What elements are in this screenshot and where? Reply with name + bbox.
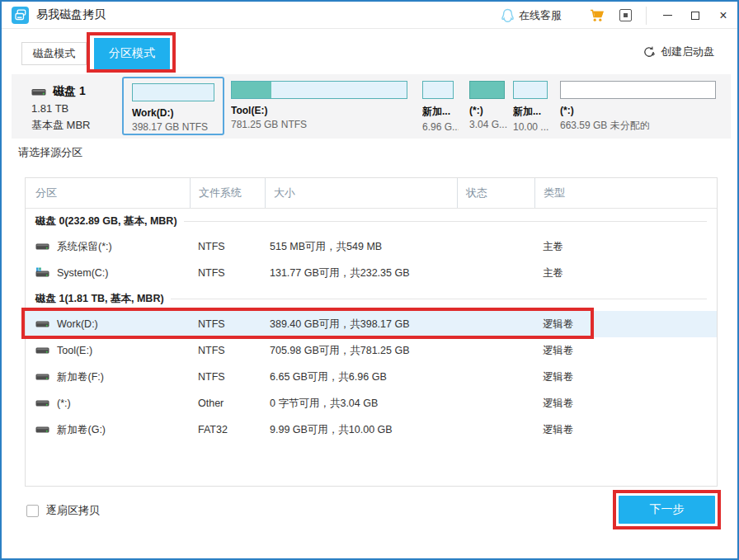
- row-type: 逻辑卷: [534, 397, 717, 411]
- partition-name: Work(D:): [132, 107, 214, 119]
- minimize-button[interactable]: [653, 2, 681, 29]
- refresh-plus-icon: [643, 45, 656, 59]
- partition-bar: [560, 81, 716, 99]
- titlebar-separator: [646, 7, 647, 25]
- cart-button[interactable]: [583, 2, 611, 29]
- table-row-g[interactable]: 新加卷(G:) FAT32 9.99 GB可用，共10.00 GB 逻辑卷: [26, 416, 717, 443]
- shopping-cart-icon: [590, 9, 605, 22]
- row-type: 主卷: [534, 266, 717, 280]
- row-filesystem: NTFS: [190, 241, 265, 252]
- partition-block-g[interactable]: 新加... 10.00 ...: [513, 81, 551, 133]
- qq-penguin-icon: [501, 8, 515, 23]
- create-boot-disk-button[interactable]: 创建启动盘: [643, 45, 714, 59]
- maximize-icon: [691, 12, 699, 20]
- disk-icon: [35, 319, 49, 329]
- column-header-filesystem: 文件系统: [190, 178, 265, 208]
- disk-type: 基本盘 MBR: [31, 118, 91, 133]
- row-filesystem: NTFS: [190, 371, 265, 383]
- partition-bar: [422, 81, 454, 99]
- disk-group-header: 磁盘 0(232.89 GB, 基本, MBR): [26, 209, 717, 233]
- row-name: 系统保留(*:): [57, 240, 112, 254]
- row-type: 逻辑卷: [534, 344, 717, 358]
- close-button[interactable]: ×: [709, 2, 737, 29]
- row-size: 9.99 GB可用，共10.00 GB: [265, 423, 457, 437]
- disk-group-label: 磁盘 0(232.89 GB, 基本, MBR): [35, 214, 177, 228]
- section-title: 请选择源分区: [18, 145, 82, 160]
- column-header-partition: 分区: [26, 178, 190, 208]
- online-support-button[interactable]: 在线客服: [501, 8, 562, 23]
- partition-bar: [513, 81, 548, 99]
- row-size: 389.40 GB可用，共398.17 GB: [265, 318, 457, 332]
- partition-block-work-d[interactable]: Work(D:) 398.17 GB NTFS: [122, 77, 224, 135]
- partition-size: 663.59 GB 未分配的: [560, 119, 718, 133]
- row-name: (*:): [57, 398, 71, 409]
- disk-icon: [35, 425, 49, 435]
- row-type: 逻辑卷: [534, 318, 717, 332]
- row-name: 新加卷(F:): [57, 370, 104, 384]
- row-filesystem: Other: [190, 398, 265, 409]
- table-row-star[interactable]: (*:) Other 0 字节可用，共3.04 GB 逻辑卷: [26, 390, 717, 416]
- partition-block-tool-e[interactable]: Tool(E:) 781.25 GB NTFS: [231, 81, 407, 130]
- row-filesystem: NTFS: [190, 318, 265, 330]
- create-boot-disk-label: 创建启动盘: [661, 45, 714, 59]
- disk-group-header: 磁盘 1(1.81 TB, 基本, MBR): [26, 286, 717, 311]
- disk-icon: [35, 372, 49, 382]
- sector-copy-checkbox-row[interactable]: 逐扇区拷贝: [26, 503, 100, 518]
- minimize-icon: [663, 15, 672, 16]
- disk-group-label: 磁盘 1(1.81 TB, 基本, MBR): [35, 292, 164, 306]
- table-row-system-reserved[interactable]: 系统保留(*:) NTFS 515 MB可用，共549 MB 主卷: [26, 233, 717, 260]
- row-size: 0 字节可用，共3.04 GB: [265, 397, 457, 411]
- partition-block-star-1[interactable]: (*:) 3.04 G...: [469, 81, 507, 130]
- sector-copy-checkbox[interactable]: [26, 505, 39, 517]
- partition-bar: [132, 83, 214, 101]
- close-icon: ×: [719, 9, 727, 22]
- tab-disk-mode[interactable]: 磁盘模式: [21, 42, 87, 65]
- row-type: 逻辑卷: [534, 423, 717, 437]
- row-name: 新加卷(G:): [57, 423, 106, 437]
- row-size: 705.98 GB可用，共781.25 GB: [265, 344, 457, 358]
- window-title: 易我磁盘拷贝: [36, 7, 106, 22]
- disk-name: 磁盘 1: [53, 84, 86, 99]
- menu-button[interactable]: [611, 2, 639, 29]
- partition-name: 新加...: [513, 105, 551, 119]
- partition-table: 分区 文件系统 大小 状态 类型 磁盘 0(232.89 GB, 基本, MBR…: [25, 177, 718, 487]
- partition-size: 3.04 G...: [469, 119, 507, 130]
- dropdown-box-icon: [619, 9, 632, 21]
- maximize-button[interactable]: [681, 2, 709, 29]
- row-filesystem: NTFS: [190, 345, 265, 356]
- table-row-system-c[interactable]: System(C:) NTFS 131.77 GB可用，共232.35 GB 主…: [26, 260, 717, 286]
- column-header-type: 类型: [534, 178, 717, 208]
- sector-copy-label: 逐扇区拷贝: [46, 503, 100, 518]
- table-header: 分区 文件系统 大小 状态 类型: [26, 178, 717, 209]
- column-header-status: 状态: [457, 178, 534, 208]
- app-icon: [12, 7, 29, 24]
- row-size: 6.65 GB可用，共6.96 GB: [265, 370, 457, 384]
- row-name: Work(D:): [57, 318, 98, 330]
- partition-block-unallocated[interactable]: (*:) 663.59 GB 未分配的: [560, 81, 718, 133]
- table-row-work-d[interactable]: Work(D:) NTFS 389.40 GB可用，共398.17 GB 逻辑卷: [26, 311, 717, 337]
- partition-block-f[interactable]: 新加... 6.96 G...: [422, 81, 459, 133]
- tab-partition-mode[interactable]: 分区模式: [94, 38, 170, 69]
- partition-name: 新加...: [422, 105, 459, 119]
- partition-size: 6.96 G...: [422, 121, 459, 133]
- next-button[interactable]: 下一步: [619, 496, 715, 524]
- disk-icon: [35, 398, 49, 408]
- row-size: 515 MB可用，共549 MB: [265, 240, 457, 254]
- app-window: 易我磁盘拷贝 在线客服: [0, 0, 739, 560]
- windows-disk-icon: [35, 267, 49, 279]
- partition-size: 10.00 ...: [513, 121, 551, 133]
- partition-name: Tool(E:): [231, 105, 407, 116]
- disk-icon: [35, 346, 49, 355]
- table-row-f[interactable]: 新加卷(F:) NTFS 6.65 GB可用，共6.96 GB 逻辑卷: [26, 364, 717, 390]
- disk-icon: [35, 242, 49, 252]
- partition-size: 398.17 GB NTFS: [132, 121, 214, 133]
- row-filesystem: FAT32: [190, 424, 265, 435]
- row-name: System(C:): [57, 267, 109, 279]
- row-size: 131.77 GB可用，共232.35 GB: [265, 266, 457, 280]
- disk-size: 1.81 TB: [31, 102, 68, 115]
- row-name: Tool(E:): [57, 345, 92, 356]
- partition-name: (*:): [469, 105, 507, 116]
- row-filesystem: NTFS: [190, 267, 265, 279]
- row-type: 逻辑卷: [534, 370, 717, 384]
- table-row-tool-e[interactable]: Tool(E:) NTFS 705.98 GB可用，共781.25 GB 逻辑卷: [26, 337, 717, 364]
